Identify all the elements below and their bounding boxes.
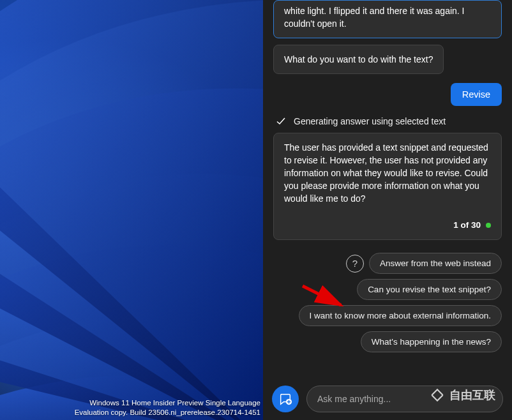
suggestion-label: Answer from the web instead	[380, 259, 491, 268]
suggestions-list: ? Answer from the web instead Can you re…	[273, 253, 502, 352]
user-message-bubble: Revise	[451, 83, 502, 106]
user-message-text: Revise	[462, 89, 490, 100]
response-counter: 1 of 30	[284, 219, 491, 232]
context-snippet-bubble: white light. I flipped it and there it w…	[273, 0, 502, 38]
help-icon[interactable]: ?	[346, 255, 364, 273]
chat-input-placeholder: Ask me anything...	[317, 394, 391, 404]
status-dot-icon	[486, 223, 491, 228]
windows-watermark: Windows 11 Home Insider Preview Single L…	[75, 398, 260, 417]
new-topic-button[interactable]	[272, 386, 299, 412]
chat-plus-icon	[278, 392, 292, 406]
context-snippet-text: white light. I flipped it and there it w…	[284, 6, 465, 29]
suggestion-label: I want to know more about external infor…	[310, 311, 491, 320]
suggestion-revise-snippet[interactable]: Can you revise the text snippet?	[357, 279, 502, 300]
ai-prompt-bubble: What do you want to do with the text?	[273, 45, 444, 74]
copilot-panel: white light. I flipped it and there it w…	[263, 0, 512, 420]
watermark-line2: Evaluation copy. Build 23506.ni_prerelea…	[75, 408, 260, 417]
chat-input[interactable]: Ask me anything...	[306, 386, 503, 412]
chat-scroll[interactable]: white light. I flipped it and there it w…	[263, 0, 512, 378]
suggestion-label: What's happening in the news?	[372, 337, 491, 347]
suggestion-web-answer[interactable]: Answer from the web instead	[369, 253, 502, 274]
suggestion-external-info[interactable]: I want to know more about external infor…	[299, 305, 502, 326]
suggestion-news[interactable]: What's happening in the news?	[361, 331, 502, 352]
generating-status: Generating answer using selected text	[276, 116, 499, 126]
desktop-wallpaper: Windows 11 Home Insider Preview Single L…	[0, 0, 263, 420]
ai-prompt-text: What do you want to do with the text?	[284, 54, 433, 64]
status-text: Generating answer using selected text	[294, 116, 446, 126]
suggestion-label: Can you revise the text snippet?	[368, 285, 491, 294]
check-icon	[276, 116, 286, 126]
watermark-line1: Windows 11 Home Insider Preview Single L…	[75, 398, 260, 408]
chat-footer: Ask me anything...	[263, 378, 512, 420]
ai-response-bubble: The user has provided a text snippet and…	[273, 133, 502, 240]
counter-text: 1 of 30	[453, 219, 481, 232]
ai-response-text: The user has provided a text snippet and…	[284, 142, 488, 204]
